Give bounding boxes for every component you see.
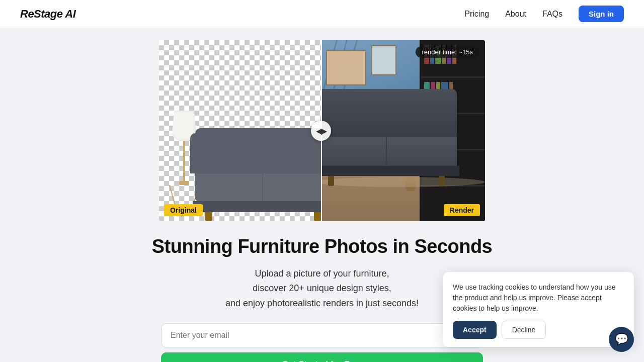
handle-arrows-icon: ◀▶ [316,126,326,136]
sofa-back [195,128,331,173]
sofa-cushion-1 [195,173,263,201]
comparison-widget[interactable]: Original [159,40,485,221]
email-form: Get Started for Free [161,323,483,362]
cookie-decline-button[interactable]: Decline [502,321,546,339]
nav-faqs[interactable]: FAQs [542,10,562,19]
render-label: Render [444,204,480,216]
sofa-original [190,128,336,221]
sofa-arm [190,133,201,173]
sofa-render [321,89,467,186]
hero-section: Stunning Furniture Photos in Seconds Upl… [152,235,493,311]
cookie-message: We use tracking cookies to understand ho… [453,282,624,314]
render-sofa-back [321,89,457,137]
render-leg-2 [439,176,445,186]
sofa-base [193,201,334,212]
sofa-seat [195,173,331,201]
subtext-line-3: and enjoy photorealistic renders in just… [225,298,419,308]
lamp-pole [183,141,185,181]
render-cushion-2 [387,137,457,166]
navbar: ReStage AI Pricing About FAQs Sign in [0,0,644,28]
shelf-1 [421,76,485,78]
brand-logo: ReStage AI [20,8,75,21]
render-leg-1 [328,176,334,186]
signin-button[interactable]: Sign in [579,6,624,22]
nav-about[interactable]: About [505,10,526,19]
cookie-actions: Accept Decline [453,321,624,339]
sofa-legs [195,212,331,221]
render-side: render time: ~15s Render [321,40,485,221]
subtext-line-1: Upload a picture of your furniture, [255,268,389,279]
cookie-accept-button[interactable]: Accept [453,321,497,339]
subtext-line-2: discover 20+ unique design styles, [253,283,391,293]
email-input[interactable] [161,323,483,347]
lamp-base [179,181,189,185]
cookie-banner: We use tracking cookies to understand ho… [443,272,634,347]
wall-art-2 [371,45,396,75]
nav-links: Pricing About FAQs Sign in [464,6,624,22]
sofa-leg-2 [314,212,321,221]
wall-art-1 [326,50,366,85]
comparison-handle[interactable]: ◀▶ [311,121,331,141]
chat-bubble-button[interactable]: 💬 [609,327,634,352]
sofa-leg-1 [205,212,212,221]
render-time-badge: render time: ~15s [416,46,479,58]
render-sofa-base [321,166,459,176]
nav-pricing[interactable]: Pricing [464,10,489,19]
chat-icon: 💬 [615,333,628,346]
original-side: Original [159,40,321,221]
original-label: Original [164,204,203,216]
render-sofa-legs [321,176,457,186]
render-cushion-1 [321,137,387,166]
hero-heading: Stunning Furniture Photos in Seconds [152,235,493,258]
cta-button[interactable]: Get Started for Free [161,352,483,362]
hero-subtext: Upload a picture of your furniture, disc… [152,266,493,311]
render-sofa-seat [321,137,457,166]
